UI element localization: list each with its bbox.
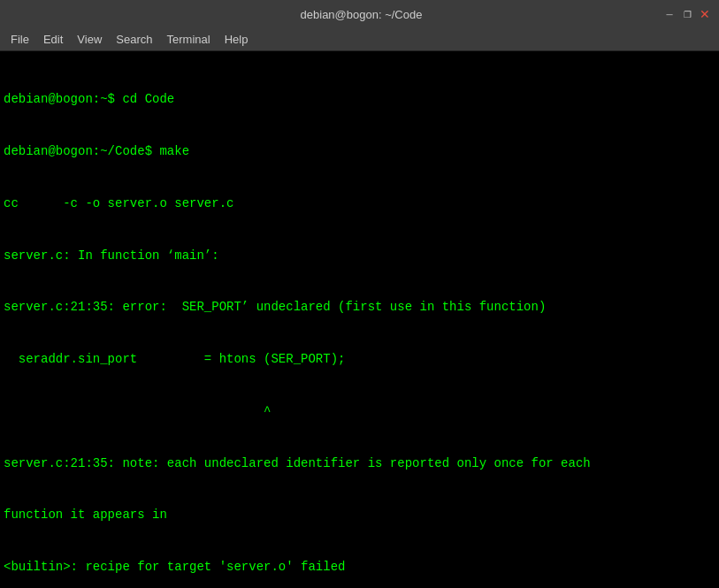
- terminal-line-8: server.c:21:35: note: each undeclared id…: [4, 455, 715, 473]
- menubar: File Edit View Search Terminal Help: [0, 28, 719, 51]
- restore-button[interactable]: ❐: [680, 7, 694, 21]
- menu-view[interactable]: View: [70, 31, 109, 48]
- terminal-line-10: <builtin>: recipe for target 'server.o' …: [4, 559, 715, 577]
- titlebar: debian@bogon: ~/Code ─ ❐ ✕: [0, 0, 719, 28]
- titlebar-controls: ─ ❐ ✕: [662, 7, 712, 21]
- menu-terminal[interactable]: Terminal: [160, 31, 218, 48]
- terminal-line-1: debian@bogon:~$ cd Code: [4, 91, 715, 109]
- close-button[interactable]: ✕: [698, 7, 712, 21]
- terminal-line-4: server.c: In function ‘main’:: [4, 248, 715, 265]
- menu-help[interactable]: Help: [218, 31, 256, 48]
- terminal-line-7: ^: [4, 403, 715, 421]
- minimize-button[interactable]: ─: [662, 7, 677, 21]
- terminal-line-5: server.c:21:35: error: SER_PORT’ undecla…: [4, 299, 715, 317]
- terminal-line-2: debian@bogon:~/Code$ make: [4, 143, 715, 161]
- menu-edit[interactable]: Edit: [36, 31, 70, 48]
- terminal-line-9: function it appears in: [4, 507, 715, 524]
- terminal-line-6: seraddr.sin_port = htons (SER_PORT);: [4, 351, 715, 369]
- titlebar-title: debian@bogon: ~/Code: [60, 8, 662, 21]
- terminal-area[interactable]: debian@bogon:~$ cd Code debian@bogon:~/C…: [0, 51, 719, 588]
- menu-file[interactable]: File: [4, 31, 36, 48]
- terminal-line-3: cc -c -o server.o server.c: [4, 195, 715, 213]
- menu-search[interactable]: Search: [109, 31, 159, 48]
